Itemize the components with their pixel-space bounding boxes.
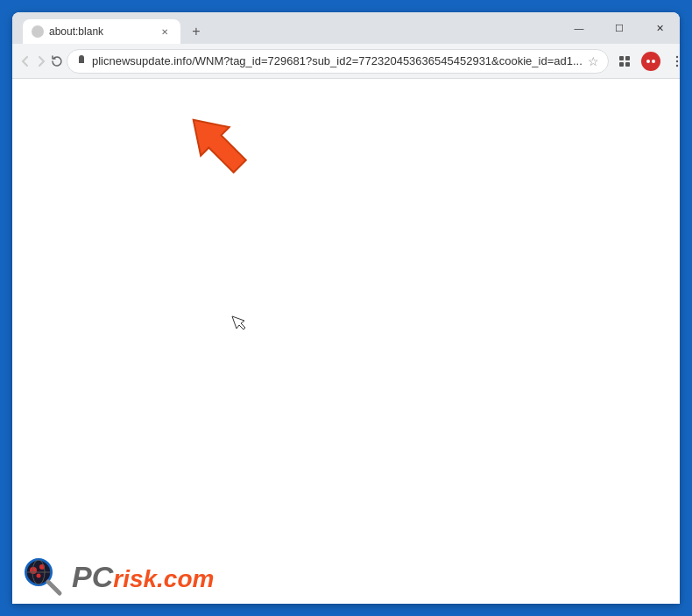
pc-text: PC (72, 560, 113, 594)
pcrisk-brand-text: PCrisk.com (72, 560, 214, 594)
lock-icon (76, 54, 87, 67)
title-bar: about:blank ✕ + — ☐ ✕ (12, 12, 680, 44)
mouse-cursor (231, 315, 245, 337)
page-content: PCrisk.com (12, 79, 680, 604)
maximize-button[interactable]: ☐ (599, 12, 639, 44)
back-button[interactable] (19, 49, 32, 74)
pcrisk-watermark: PCrisk.com (12, 549, 222, 604)
risk-text: risk.com (113, 565, 214, 593)
svg-rect-3 (625, 62, 630, 67)
address-bar[interactable]: plicnewsupdate.info/WNM?tag_id=729681?su… (67, 49, 609, 74)
svg-line-15 (48, 582, 60, 593)
pcrisk-logo (21, 555, 65, 598)
tab-title: about:blank (49, 25, 152, 38)
svg-point-11 (37, 574, 41, 578)
address-text: plicnewsupdate.info/WNM?tag_id=729681?su… (92, 54, 583, 67)
reload-button[interactable] (51, 49, 63, 74)
svg-point-4 (676, 55, 678, 57)
profile-dot-2 (652, 60, 655, 63)
arrow-annotation (179, 105, 249, 175)
svg-point-9 (30, 567, 37, 574)
extensions-button[interactable] (612, 49, 637, 74)
minimize-button[interactable]: — (559, 12, 599, 44)
window-controls: — ☐ ✕ (559, 12, 680, 44)
profile-dots (646, 60, 655, 63)
svg-rect-1 (625, 56, 630, 60)
bookmark-icon[interactable]: ☆ (588, 54, 599, 68)
browser-window: about:blank ✕ + — ☐ ✕ plicnewsupdate.inf… (12, 12, 680, 604)
svg-marker-7 (179, 105, 254, 181)
tab-close-button[interactable]: ✕ (158, 25, 172, 39)
new-tab-button[interactable]: + (184, 19, 208, 44)
svg-rect-0 (619, 56, 624, 60)
browser-tab[interactable]: about:blank ✕ (23, 19, 180, 44)
forward-button[interactable] (35, 49, 47, 74)
close-button[interactable]: ✕ (639, 12, 680, 44)
toolbar-right (612, 49, 680, 74)
svg-point-5 (676, 60, 678, 61)
toolbar: plicnewsupdate.info/WNM?tag_id=729681?su… (12, 44, 680, 79)
svg-point-6 (676, 64, 678, 66)
menu-button[interactable] (665, 49, 680, 74)
tab-bar: about:blank ✕ + (19, 12, 208, 44)
profile-icon (641, 52, 660, 71)
tab-favicon (32, 25, 44, 38)
profile-button[interactable] (639, 49, 663, 74)
profile-dot-1 (646, 60, 650, 63)
svg-rect-2 (619, 62, 624, 67)
